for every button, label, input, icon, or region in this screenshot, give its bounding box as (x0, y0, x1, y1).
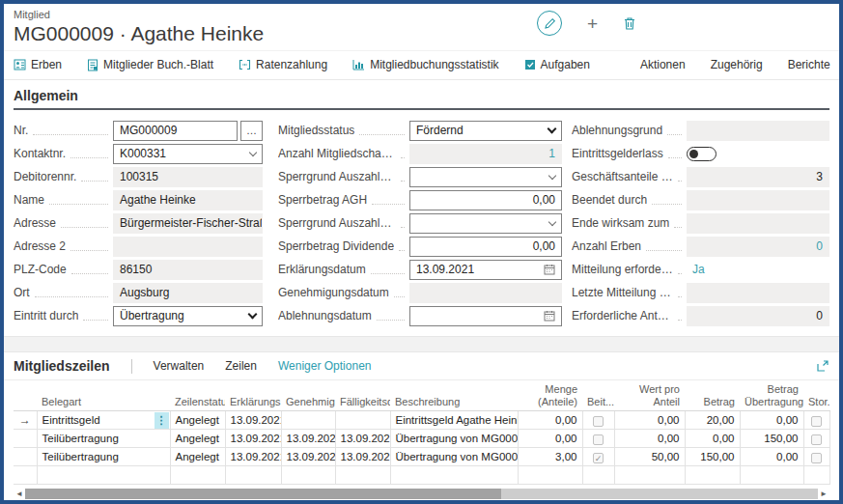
cell-genehmigungsdatum[interactable]: 13.09.2021 (281, 448, 335, 466)
row-selector-cell[interactable]: → (14, 411, 37, 430)
number-input[interactable]: 0,00 (409, 190, 562, 210)
column-header-faelligkeitsdatum[interactable]: Fälligkeitsd... (335, 381, 390, 411)
row-context-menu-icon[interactable]: ⋮ (155, 412, 169, 429)
cell-betrag[interactable]: 150,00 (685, 448, 740, 466)
edit-pencil-icon[interactable] (537, 11, 562, 36)
cell-belegart[interactable]: Teilübertragung (37, 430, 170, 448)
checkbox-unchecked[interactable] (811, 434, 822, 445)
column-header-storno[interactable]: Stor... (803, 381, 829, 411)
cell-betrag[interactable]: 20,00 (685, 411, 740, 430)
drilldown-value[interactable]: 1 (409, 144, 562, 164)
lines-menu-zeilen[interactable]: Zeilen (225, 359, 257, 373)
date-input[interactable] (409, 306, 562, 326)
lines-part-heading[interactable]: Mitgliedszeilen (14, 358, 110, 374)
cell-betrag_uebertragung[interactable]: 0,00 (740, 448, 803, 466)
cell-genehmigungsdatum[interactable]: 13.09.2021 (281, 430, 335, 448)
cell-erklaerungsdatum[interactable]: 13.09.2021 (225, 448, 281, 466)
empty-cell[interactable] (14, 466, 37, 485)
row-selector-cell[interactable] (14, 448, 37, 466)
focus-mode-icon[interactable] (816, 359, 829, 373)
cell-betrag[interactable]: 0,00 (685, 430, 740, 448)
cell-wert_pro_anteil[interactable]: 0,00 (614, 430, 685, 448)
toggle-off[interactable] (687, 147, 717, 161)
number-input[interactable]: 0,00 (409, 237, 562, 257)
cell-menge[interactable]: 0,00 (518, 411, 582, 430)
cell-genehmigungsdatum[interactable] (281, 411, 335, 430)
cell-erklaerungsdatum[interactable]: 13.09.2021 (225, 411, 281, 430)
cell-storno[interactable] (803, 448, 829, 466)
action-erben[interactable]: Erben (14, 58, 62, 71)
cell-erklaerungsdatum[interactable]: 13.09.2021 (225, 430, 281, 448)
empty-cell[interactable] (803, 466, 829, 485)
action-ratenzahlung[interactable]: Ratenzahlung (239, 58, 327, 71)
empty-cell[interactable] (390, 466, 518, 485)
cell-zeilenstatus[interactable]: Angelegt (170, 411, 225, 430)
cell-menge[interactable]: 0,00 (518, 430, 582, 448)
empty-cell[interactable] (335, 466, 390, 485)
cell-faelligkeitsdatum[interactable] (335, 411, 390, 430)
cell-zeilenstatus[interactable]: Angelegt (170, 430, 225, 448)
column-header-beitritt[interactable]: Beit... (582, 381, 614, 411)
column-header-belegart[interactable]: Belegart (37, 381, 170, 411)
cell-beschreibung[interactable]: Übertragung von MG000003 (390, 448, 518, 466)
cell-menge[interactable]: 3,00 (518, 448, 582, 466)
empty-cell[interactable] (614, 466, 685, 485)
column-header-beschreibung[interactable]: Beschreibung (390, 381, 518, 411)
empty-cell[interactable] (740, 466, 803, 485)
cell-faelligkeitsdatum[interactable]: 13.09.2021 (335, 448, 390, 466)
cell-zeilenstatus[interactable]: Angelegt (170, 448, 225, 466)
dropdown-input[interactable] (409, 167, 562, 187)
text-input[interactable]: MG000009 (113, 121, 238, 141)
column-header-zeilenstatus[interactable]: Zeilenstatus (170, 381, 225, 411)
column-header-menge[interactable]: Menge (Anteile) (518, 381, 582, 411)
scrollbar-track[interactable] (25, 489, 818, 499)
lines-menu-verwalten[interactable]: Verwalten (154, 359, 205, 373)
cell-faelligkeitsdatum[interactable]: 13.09.2021 (335, 430, 390, 448)
scroll-right-arrow[interactable]: ► (818, 489, 829, 499)
menu-berichte[interactable]: Berichte (788, 58, 830, 71)
scrollbar-thumb[interactable] (25, 489, 501, 499)
cell-beitritt[interactable]: ✓ (582, 448, 614, 466)
date-input[interactable]: 13.09.2021 (409, 260, 562, 280)
trash-icon[interactable] (623, 16, 636, 31)
column-header-betrag_uebertragung[interactable]: Betrag Übertragung (740, 381, 803, 411)
checkbox-checked[interactable]: ✓ (593, 453, 604, 463)
empty-cell[interactable] (281, 466, 335, 485)
action-aufgaben[interactable]: Aufgaben (524, 58, 590, 71)
checkbox-unchecked[interactable] (811, 453, 822, 463)
column-header-wert_pro_anteil[interactable]: Wert pro Anteil (614, 381, 685, 411)
action-mitgliedbuchungsstatistik[interactable]: Mitgliedbuchungsstatistik (352, 58, 498, 71)
empty-cell[interactable] (582, 466, 614, 485)
menu-aktionen[interactable]: Aktionen (640, 58, 686, 71)
empty-cell[interactable] (225, 466, 281, 485)
lines-less-options-button[interactable]: Weniger Optionen (278, 359, 372, 373)
column-header-betrag[interactable]: Betrag (685, 381, 740, 411)
drilldown-value[interactable]: Ja (687, 263, 829, 276)
empty-cell[interactable] (170, 466, 225, 485)
checkbox-unchecked[interactable] (811, 416, 822, 427)
checkbox-unchecked[interactable] (593, 434, 604, 445)
dropdown-input[interactable] (409, 213, 562, 234)
empty-cell[interactable] (37, 466, 170, 485)
empty-cell[interactable] (518, 466, 582, 485)
row-selector-cell[interactable] (14, 430, 37, 448)
cell-beitritt[interactable] (582, 430, 614, 448)
cell-belegart[interactable]: Teilübertragung (37, 448, 170, 466)
action-mitglieder-buch-blatt[interactable]: Mitglieder Buch.-Blatt (87, 58, 213, 71)
general-fasttab-heading[interactable]: Allgemein (14, 88, 829, 110)
cell-betrag_uebertragung[interactable]: 150,00 (740, 430, 803, 448)
checkbox-unchecked[interactable] (593, 416, 604, 427)
assist-edit-button[interactable]: … (240, 121, 263, 141)
cell-wert_pro_anteil[interactable]: 0,00 (614, 411, 685, 430)
scroll-left-arrow[interactable]: ◄ (14, 489, 25, 499)
drilldown-value[interactable]: 0 (687, 237, 829, 257)
cell-belegart[interactable]: Eintrittsgeld⋮ (37, 411, 170, 430)
empty-cell[interactable] (685, 466, 740, 485)
cell-beschreibung[interactable]: Übertragung von MG000003 (390, 430, 518, 448)
cell-storno[interactable] (803, 411, 829, 430)
cell-beitritt[interactable] (582, 411, 614, 430)
select-input[interactable]: Übertragung (113, 306, 263, 326)
cell-beschreibung[interactable]: Eintrittsgeld Agathe Heinke (390, 411, 518, 430)
cell-betrag_uebertragung[interactable]: 0,00 (740, 411, 803, 430)
dropdown-input[interactable]: K000331 (113, 144, 263, 164)
